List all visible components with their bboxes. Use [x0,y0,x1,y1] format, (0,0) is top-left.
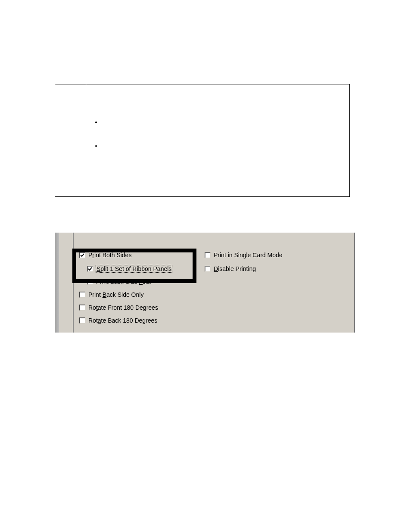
checkbox-rotate-back-180[interactable]: Rotate Back 180 Degrees [79,316,157,325]
checkbox-label: Print Back Side Only [88,291,143,298]
checkbox-icon [79,292,85,298]
bullet-item [102,143,343,149]
checkbox-label: Disable Printing [214,265,256,272]
checkbox-label: Print Both Sides [88,252,131,258]
checkbox-label: Rotate Back 180 Degrees [88,317,157,324]
checkbox-icon [79,252,85,258]
checkbox-icon [79,305,85,311]
shadow-right [354,233,355,333]
table-header-left [55,84,86,104]
document-table [55,84,350,197]
checkbox-split-ribbon-panels[interactable]: Split 1 Set of Ribbon Panels [87,264,172,273]
checkbox-rotate-front-180[interactable]: Rotate Front 180 Degrees [79,303,158,312]
table-body-right [86,104,350,197]
checkbox-label: Print in Single Card Mode [214,252,283,258]
shadow-left [55,233,59,333]
checkbox-print-single-card-mode[interactable]: Print in Single Card Mode [205,251,283,259]
checkbox-icon [205,252,211,258]
checkbox-icon [87,266,93,272]
options-panel: Print Both Sides Split 1 Set of Ribbon P… [59,233,354,333]
table-body-left [55,104,86,197]
checkbox-print-back-side-first[interactable]: Print Back Side First [87,277,151,286]
checkbox-disable-printing[interactable]: Disable Printing [205,264,256,273]
checkbox-print-both-sides[interactable]: Print Both Sides [79,251,131,259]
checkbox-label: Rotate Front 180 Degrees [88,304,158,311]
table-header-right [86,84,350,104]
checkbox-print-back-side-only[interactable]: Print Back Side Only [79,290,143,299]
checkbox-icon [87,279,93,285]
checkbox-label: Print Back Side First [96,278,151,285]
checkbox-icon [205,266,211,272]
checkbox-label: Split 1 Set of Ribbon Panels [96,265,172,272]
checkbox-icon [79,317,85,324]
bullet-item [102,119,343,125]
options-screenshot: Print Both Sides Split 1 Set of Ribbon P… [55,233,355,333]
